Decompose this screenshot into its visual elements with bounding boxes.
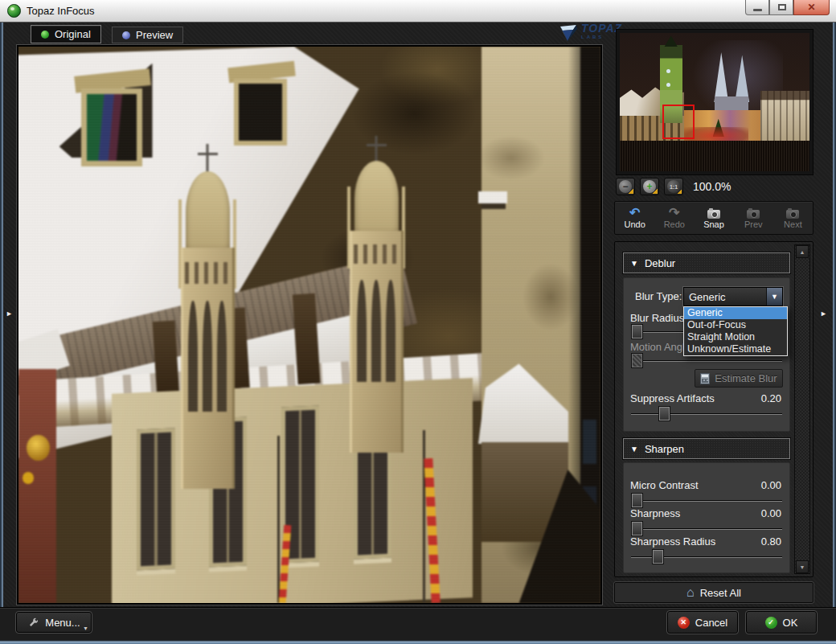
calculator-icon	[700, 373, 710, 384]
preview-photo	[18, 47, 600, 603]
blur-radius-handle[interactable]	[632, 325, 642, 338]
tab-original-label: Original	[55, 28, 91, 40]
minimize-button[interactable]	[745, 0, 769, 15]
history-toolbar: ↶ Undo ↷ Redo Snap Prev Next	[614, 201, 813, 235]
suppress-artifacts-label: Suppress Artifacts	[630, 392, 715, 404]
suppress-artifacts-handle[interactable]	[659, 407, 670, 420]
slider-track[interactable]	[631, 528, 782, 530]
sharpness-radius-slider[interactable]	[631, 550, 782, 564]
dropdown-option-out-of-focus[interactable]: Out-of-Focus	[684, 319, 787, 331]
photo-grain	[18, 47, 600, 603]
motion-angle-handle[interactable]	[632, 354, 642, 367]
redo-label: Redo	[664, 219, 685, 229]
crowd	[620, 141, 809, 171]
blur-type-dropdown[interactable]: Generic ▼	[683, 287, 783, 306]
blur-radius-label: Blur Radius	[630, 312, 684, 324]
menu-label: Menu...	[45, 617, 80, 629]
reset-all-button[interactable]: ⌂ Reset All	[614, 582, 813, 603]
cancel-label: Cancel	[695, 617, 727, 629]
tab-original[interactable]: Original	[31, 25, 101, 43]
ok-label: OK	[783, 617, 798, 629]
micro-contrast-handle[interactable]	[632, 494, 642, 507]
suppress-artifacts-value: 0.20	[761, 392, 781, 404]
settings-panel: ▼ Deblur Blur Type: Generic ▼ Blur Radiu…	[614, 241, 813, 577]
collapse-triangle-icon: ▼	[630, 445, 638, 453]
dropdown-arrow-button[interactable]: ▼	[766, 288, 782, 306]
zoom-in-button[interactable]: +	[640, 178, 659, 195]
scroll-down-icon: ▼	[800, 564, 805, 570]
close-button[interactable]: ✕	[793, 0, 830, 15]
tab-preview-label: Preview	[136, 29, 173, 41]
snap-button[interactable]: Snap	[694, 207, 733, 229]
sharpness-radius-handle[interactable]	[653, 550, 663, 564]
sharpen-header[interactable]: ▼ Sharpen	[623, 438, 790, 459]
navigator-box	[616, 29, 813, 175]
sharpness-label: Sharpness	[630, 507, 680, 519]
undo-button[interactable]: ↶ Undo	[615, 207, 654, 229]
zoom-controls: − + 1:1 100.0%	[616, 177, 731, 196]
preview-dot-icon	[122, 31, 130, 39]
window-title: Topaz InFocus	[27, 5, 95, 17]
menu-button[interactable]: Menu... ▼	[16, 612, 92, 633]
deblur-header[interactable]: ▼ Deblur	[623, 252, 790, 273]
dropdown-option-straight-motion[interactable]: Straight Motion	[684, 331, 787, 343]
dropdown-option-generic[interactable]: Generic	[684, 307, 787, 319]
zoom-out-button[interactable]: −	[616, 178, 635, 195]
menu-corner-arrow-icon: ▼	[83, 626, 88, 631]
wrench-icon	[27, 617, 39, 629]
next-label: Next	[784, 219, 802, 229]
slider-track[interactable]	[631, 413, 782, 415]
scroll-down-button[interactable]: ▼	[796, 560, 809, 573]
window-border-right	[833, 23, 836, 644]
camera-next-icon	[786, 210, 799, 219]
preview-canvas[interactable]	[16, 44, 603, 605]
prev-button[interactable]: Prev	[734, 207, 773, 229]
next-button[interactable]: Next	[773, 207, 813, 229]
slider-track[interactable]	[631, 500, 782, 502]
snap-label: Snap	[703, 219, 724, 229]
blur-type-value: Generic	[684, 291, 766, 303]
estimate-blur-button[interactable]: Estimate Blur	[695, 369, 783, 388]
app-window: Topaz InFocus ✕ Original Preview TOPAZ L…	[0, 0, 836, 644]
maximize-button[interactable]	[769, 0, 793, 15]
dropdown-option-unknown-estimate[interactable]: Unknown/Estimate	[684, 343, 787, 355]
slider-track[interactable]	[631, 360, 782, 362]
tower-spire	[664, 35, 678, 47]
undo-icon: ↶	[629, 207, 640, 219]
right-buildings	[760, 91, 809, 143]
blur-type-label: Blur Type:	[635, 290, 682, 302]
ok-button[interactable]: ✓ OK	[746, 611, 817, 634]
reset-all-label: Reset All	[700, 587, 741, 599]
diamond-icon	[558, 23, 579, 43]
window-border-left	[0, 23, 3, 644]
cancel-button[interactable]: ✕ Cancel	[667, 611, 738, 634]
maximize-icon	[778, 4, 786, 10]
cancel-x-icon: ✕	[678, 617, 690, 629]
window-border-bottom	[0, 640, 836, 644]
title-bar[interactable]: Topaz InFocus ✕	[0, 0, 836, 23]
estimate-blur-label: Estimate Blur	[715, 372, 777, 384]
right-panel-collapse-arrow-icon[interactable]: ►	[820, 310, 827, 318]
camera-prev-icon	[747, 210, 760, 219]
navigator-thumbnail[interactable]	[620, 33, 809, 171]
ok-check-icon: ✓	[765, 617, 777, 629]
left-panel-collapse-arrow-icon[interactable]: ►	[6, 310, 13, 318]
undo-label: Undo	[624, 219, 645, 229]
scroll-up-button[interactable]: ▲	[796, 245, 809, 258]
sharpness-handle[interactable]	[632, 522, 642, 535]
settings-scrollbar[interactable]: ▲ ▼	[794, 244, 810, 574]
zoom-percentage: 100.0%	[693, 180, 731, 193]
sharpness-slider[interactable]	[631, 522, 782, 536]
suppress-artifacts-slider[interactable]	[631, 407, 782, 421]
close-icon: ✕	[794, 2, 829, 13]
deblur-header-label: Deblur	[645, 257, 675, 269]
redo-icon: ↷	[669, 207, 679, 219]
home-icon: ⌂	[686, 587, 695, 598]
sharpness-value: 0.00	[761, 507, 781, 519]
redo-button[interactable]: ↷ Redo	[654, 207, 694, 229]
zoom-actual-button[interactable]: 1:1	[664, 178, 683, 195]
tab-preview[interactable]: Preview	[112, 27, 183, 43]
micro-contrast-slider[interactable]	[631, 494, 782, 508]
navigator-view-rectangle[interactable]	[662, 105, 695, 139]
sharpen-body: Micro Contrast 0.00 Sharpness 0.00 Sharp…	[623, 462, 790, 573]
